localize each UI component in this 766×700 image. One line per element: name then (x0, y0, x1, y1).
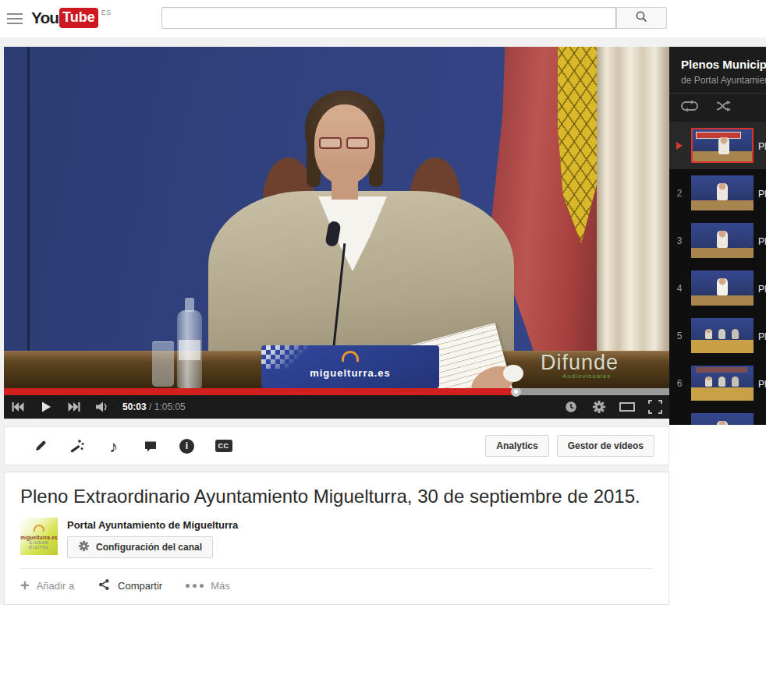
play-icon (38, 400, 54, 414)
more-button[interactable]: Más (186, 580, 230, 592)
glass-art (152, 341, 174, 387)
settings-button[interactable] (585, 395, 613, 419)
owner-toolbar: ♪ i CC Analytics Gestor de vídeos (4, 426, 669, 465)
page-background-strip (0, 37, 766, 47)
playlist-items: Ple de Por 2 Ple 27 Por 3 (669, 122, 766, 425)
playlist-header: Plenos Municipa de Portal Ayuntamient (669, 47, 766, 93)
fullscreen-icon (648, 400, 662, 414)
avatar-sub-text: ciudad digital (20, 540, 58, 550)
channel-name[interactable]: Portal Ayuntamiento de Miguelturra (67, 519, 238, 531)
playlist-item-title: Ple (758, 284, 766, 295)
progress-bar[interactable] (4, 388, 669, 395)
audio-button[interactable]: ♪ (95, 434, 132, 458)
wall-seam (27, 47, 30, 388)
cc-icon: CC (215, 440, 232, 452)
search-input[interactable] (161, 7, 616, 29)
now-playing-icon (676, 142, 683, 150)
placard-arch-logo (342, 351, 359, 362)
share-button[interactable]: Compartir (98, 578, 162, 594)
next-button[interactable] (60, 395, 88, 419)
playlist-item-title: Ple (758, 189, 766, 200)
playlist-item[interactable]: Ple de Por (669, 122, 766, 169)
analytics-button[interactable]: Analytics (485, 435, 548, 457)
watch-later-button[interactable] (557, 395, 585, 419)
next-icon (66, 400, 82, 414)
logo-region-label: ES (101, 9, 112, 16)
channel-row: miguelturra.es ciudad digital Portal Ayu… (20, 518, 653, 558)
playlist-thumbnail (691, 413, 754, 425)
speaker-glasses-art (319, 137, 372, 151)
playlist-thumbnail (691, 223, 754, 258)
previous-icon (10, 400, 26, 414)
playlist-item-title: Ple (758, 379, 766, 390)
video-info-card: Pleno Extraordinario Ayuntamiento Miguel… (4, 472, 669, 605)
add-to-button[interactable]: + Añadir a (20, 579, 74, 593)
plus-icon: + (20, 578, 30, 593)
comments-button[interactable] (132, 434, 168, 458)
clock-icon (564, 400, 578, 414)
volume-button[interactable] (88, 395, 116, 419)
video-title: Pleno Extraordinario Ayuntamiento Miguel… (5, 472, 668, 508)
subtitles-button[interactable]: CC (205, 434, 242, 458)
avatar-arch-logo (34, 525, 44, 532)
gear-icon (78, 540, 90, 554)
cuff-art (503, 365, 523, 382)
placard-checker-art (261, 345, 311, 369)
gear-icon (592, 400, 606, 414)
playlist-item[interactable]: 2 Ple 27 Por (669, 169, 766, 217)
progress-played (4, 388, 516, 395)
shuffle-icon[interactable] (715, 100, 732, 115)
enhancements-button[interactable] (59, 434, 95, 458)
add-to-label: Añadir a (37, 580, 74, 592)
actions-row: + Añadir a Compartir Más (5, 569, 668, 604)
watermark-subtitle: Audiovisuales (562, 373, 619, 380)
playlist-thumbnail (691, 175, 754, 210)
previous-button[interactable] (4, 395, 32, 419)
video-viewport[interactable]: miguelturra.es Difunde Audiovisuales (4, 47, 669, 388)
playlist-item-title: Ple (758, 141, 766, 152)
info-icon: i (179, 439, 194, 454)
channel-settings-label: Configuración del canal (96, 542, 202, 553)
logo-tube-text: Tube (59, 8, 98, 28)
time-divider: / (149, 401, 151, 412)
youtube-logo[interactable]: You Tube ES (31, 8, 112, 28)
top-bar: You Tube ES (0, 0, 766, 37)
playlist-item[interactable]: 5 Ple de Por (669, 312, 766, 359)
logo-you-text: You (31, 9, 59, 27)
playlist-item-title: Ple (758, 331, 766, 342)
playlist-title[interactable]: Plenos Municipa (681, 57, 766, 72)
playlist-thumbnail (691, 270, 754, 306)
playlist-item[interactable]: Pl (669, 407, 766, 425)
playlist-thumbnail (691, 366, 754, 401)
fullscreen-button[interactable] (641, 395, 669, 419)
more-dots-icon (186, 584, 204, 588)
edit-video-button[interactable] (22, 434, 59, 458)
desk-placard: miguelturra.es (261, 345, 439, 388)
playlist-tools (669, 93, 766, 122)
playlist-thumbnail (691, 318, 754, 353)
loop-icon[interactable] (681, 100, 698, 115)
playlist-item-title: Ple (758, 236, 766, 247)
video-watermark: Difunde Audiovisuales (541, 351, 619, 380)
music-note-icon: ♪ (109, 438, 118, 454)
play-button[interactable] (32, 395, 60, 419)
playlist-item[interactable]: 4 Ple Mi Por (669, 264, 766, 312)
playlist-item[interactable]: 3 Ple fec Por (669, 217, 766, 264)
channel-settings-button[interactable]: Configuración del canal (67, 536, 213, 558)
magic-wand-icon (69, 438, 85, 454)
watermark-title: Difunde (541, 351, 619, 375)
channel-avatar[interactable]: miguelturra.es ciudad digital (20, 518, 58, 555)
cards-info-button[interactable]: i (168, 434, 205, 458)
share-icon (98, 578, 111, 594)
playlist-thumbnail (691, 128, 754, 163)
video-player: miguelturra.es Difunde Audiovisuales (4, 47, 669, 419)
placard-brand-text: miguelturra.es (261, 367, 439, 379)
avatar-brand-text: miguelturra.es (20, 535, 58, 540)
playlist-item[interactable]: 6 Ple del Por (669, 359, 766, 407)
video-manager-button[interactable]: Gestor de vídeos (557, 435, 654, 457)
theater-mode-button[interactable] (613, 395, 641, 419)
search-button[interactable] (616, 7, 667, 29)
playlist-owner: de Portal Ayuntamient (681, 75, 766, 86)
speech-bubble-icon (144, 440, 158, 453)
guide-menu-icon[interactable] (7, 13, 23, 24)
